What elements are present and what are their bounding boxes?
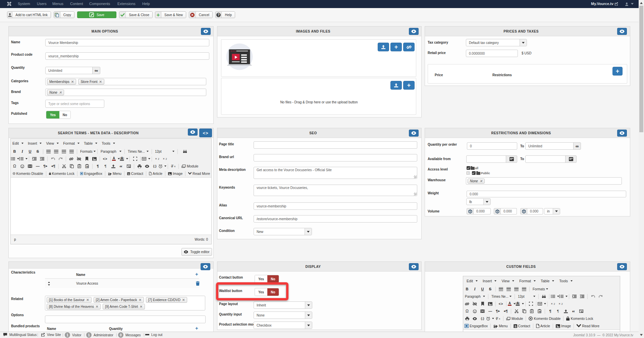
svg-text:W: W (539, 310, 541, 313)
svg-text:W: W (86, 165, 89, 168)
